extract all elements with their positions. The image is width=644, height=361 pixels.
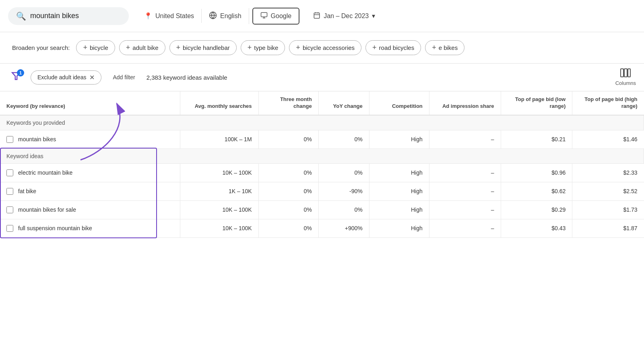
svg-rect-11 bbox=[624, 69, 627, 77]
competition-cell: High bbox=[369, 200, 429, 219]
language-filter[interactable]: English bbox=[202, 8, 249, 24]
ad-impression-cell: – bbox=[429, 219, 501, 237]
filter-badge: 1 bbox=[17, 69, 24, 76]
search-engine-label: Google bbox=[271, 12, 292, 20]
row-checkbox[interactable] bbox=[6, 225, 13, 232]
chip-label: e bikes bbox=[439, 44, 458, 51]
chip-label: bicycle bbox=[90, 44, 108, 51]
search-icon: 🔍 bbox=[16, 11, 26, 21]
bid-low-cell: $0.96 bbox=[501, 163, 572, 182]
exclude-adult-chip[interactable]: Exclude adult ideas ✕ bbox=[31, 70, 101, 85]
date-range-selector[interactable]: Jan – Dec 2023 ▾ bbox=[306, 8, 382, 24]
table-row: mountain bikes for sale 10K – 100K 0% 0%… bbox=[0, 200, 644, 219]
yoy-cell: +900% bbox=[318, 219, 369, 237]
col-avg-monthly[interactable]: Avg. monthly searches bbox=[180, 91, 258, 115]
competition-cell: High bbox=[369, 219, 429, 237]
plus-icon: + bbox=[248, 43, 252, 52]
ad-impression-cell: – bbox=[429, 130, 501, 149]
table-body: Keywords you provided mountain bikes 100… bbox=[0, 115, 644, 238]
bid-high-cell: $2.52 bbox=[572, 182, 644, 200]
broaden-label: Broaden your search: bbox=[12, 40, 70, 52]
location-icon: 📍 bbox=[144, 12, 152, 20]
filter-bar: 1 Exclude adult ideas ✕ Add filter 2,383… bbox=[0, 64, 644, 91]
plus-icon: + bbox=[372, 43, 377, 52]
keyword-cell: fat bike bbox=[0, 182, 180, 200]
col-keyword: Keyword (by relevance) bbox=[0, 91, 180, 115]
engine-icon bbox=[260, 12, 268, 21]
add-filter-button[interactable]: Add filter bbox=[108, 71, 140, 83]
col-yoy[interactable]: YoY change bbox=[318, 91, 369, 115]
broaden-chip[interactable]: +bicycle accessories bbox=[289, 40, 361, 55]
keywords-table-container: Keyword (by relevance) Avg. monthly sear… bbox=[0, 91, 644, 238]
keyword-text: full suspension mountain bike bbox=[18, 225, 92, 231]
row-checkbox[interactable] bbox=[6, 188, 13, 195]
three-month-cell: 0% bbox=[258, 200, 318, 219]
three-month-cell: 0% bbox=[258, 182, 318, 200]
table-row: full suspension mountain bike 10K – 100K… bbox=[0, 219, 644, 237]
location-label: United States bbox=[155, 12, 194, 20]
plus-icon: + bbox=[126, 43, 130, 52]
chip-label: bicycle handlebar bbox=[183, 44, 230, 51]
yoy-cell: -90% bbox=[318, 182, 369, 200]
bid-high-cell: $1.87 bbox=[572, 219, 644, 237]
competition-cell: High bbox=[369, 163, 429, 182]
competition-cell: High bbox=[369, 130, 429, 149]
ad-impression-cell: – bbox=[429, 200, 501, 219]
competition-cell: High bbox=[369, 182, 429, 200]
col-bid-high[interactable]: Top of page bid (high range) bbox=[572, 91, 644, 115]
chip-label: type bike bbox=[254, 44, 278, 51]
keyword-text: mountain bikes bbox=[18, 136, 56, 142]
search-box[interactable]: 🔍 mountain bikes bbox=[8, 7, 129, 25]
search-input-value: mountain bikes bbox=[30, 12, 79, 20]
location-filter[interactable]: 📍 United States bbox=[137, 9, 202, 23]
col-ad-impression[interactable]: Ad impression share bbox=[429, 91, 501, 115]
keyword-cell: electric mountain bike bbox=[0, 163, 180, 182]
language-label: English bbox=[220, 12, 241, 20]
broaden-chip[interactable]: +bicycle handlebar bbox=[169, 40, 237, 55]
broaden-chip[interactable]: +e bikes bbox=[425, 40, 464, 55]
plus-icon: + bbox=[432, 43, 436, 52]
three-month-cell: 0% bbox=[258, 130, 318, 149]
col-bid-low[interactable]: Top of page bid (low range) bbox=[501, 91, 572, 115]
broaden-chip[interactable]: +adult bike bbox=[119, 40, 165, 55]
broaden-chips: +bicycle+adult bike+bicycle handlebar+ty… bbox=[76, 40, 464, 55]
bid-low-cell: $0.21 bbox=[501, 130, 572, 149]
plus-icon: + bbox=[176, 43, 181, 52]
filter-funnel-button[interactable]: 1 bbox=[8, 69, 24, 85]
col-competition[interactable]: Competition bbox=[369, 91, 429, 115]
row-checkbox[interactable] bbox=[6, 206, 13, 213]
row-checkbox[interactable] bbox=[6, 136, 13, 143]
chevron-down-icon: ▾ bbox=[372, 12, 375, 20]
ad-impression-cell: – bbox=[429, 163, 501, 182]
yoy-cell: 0% bbox=[318, 130, 369, 149]
avg-monthly-cell: 1K – 10K bbox=[180, 182, 258, 200]
broaden-section: Broaden your search: +bicycle+adult bike… bbox=[0, 32, 644, 64]
row-checkbox[interactable] bbox=[6, 169, 13, 176]
yoy-cell: 0% bbox=[318, 200, 369, 219]
language-icon bbox=[209, 11, 217, 21]
close-icon[interactable]: ✕ bbox=[89, 74, 95, 81]
keyword-text: fat bike bbox=[18, 188, 36, 194]
columns-button[interactable]: Columns bbox=[615, 68, 636, 86]
bid-low-cell: $0.43 bbox=[501, 219, 572, 237]
chip-label: adult bike bbox=[132, 44, 158, 51]
broaden-chip[interactable]: +bicycle bbox=[76, 40, 115, 55]
svg-rect-2 bbox=[261, 12, 267, 17]
table-row: fat bike 1K – 10K 0% -90% High – $0.62 $… bbox=[0, 182, 644, 200]
bid-high-cell: $1.46 bbox=[572, 130, 644, 149]
chip-label: bicycle accessories bbox=[303, 44, 355, 51]
col-three-month[interactable]: Three month change bbox=[258, 91, 318, 115]
broaden-chip[interactable]: +type bike bbox=[241, 40, 285, 55]
svg-rect-5 bbox=[314, 13, 320, 19]
section-keyword-ideas: Keyword ideas bbox=[0, 149, 644, 163]
bid-low-cell: $0.29 bbox=[501, 200, 572, 219]
table-row: electric mountain bike 10K – 100K 0% 0% … bbox=[0, 163, 644, 182]
search-engine-selector[interactable]: Google bbox=[252, 8, 300, 25]
bid-low-cell: $0.62 bbox=[501, 182, 572, 200]
avg-monthly-cell: 10K – 100K bbox=[180, 219, 258, 237]
section-label-provided: Keywords you provided bbox=[0, 115, 644, 130]
plus-icon: + bbox=[296, 43, 300, 52]
section-keywords-provided: Keywords you provided bbox=[0, 115, 644, 130]
keyword-text: electric mountain bike bbox=[18, 169, 72, 176]
broaden-chip[interactable]: +road bicycles bbox=[365, 40, 421, 55]
